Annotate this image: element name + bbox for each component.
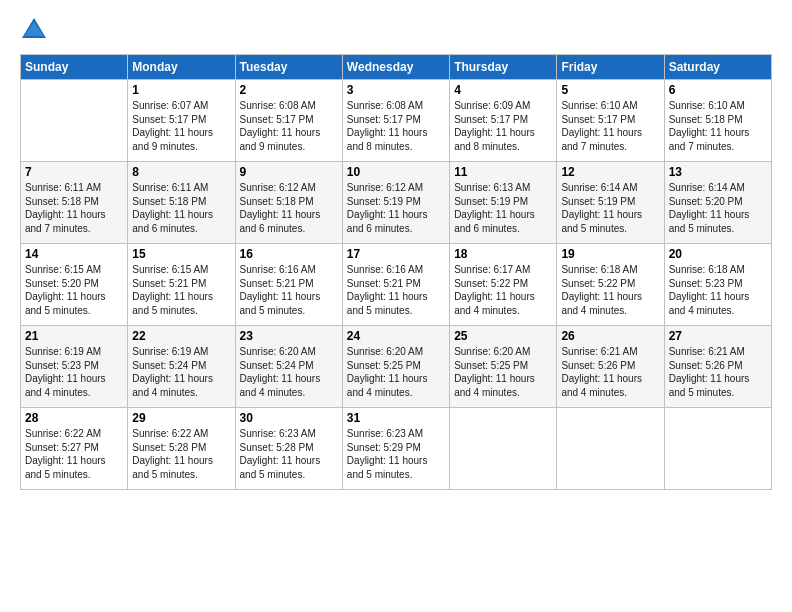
day-info: Sunrise: 6:23 AMSunset: 5:29 PMDaylight:…	[347, 427, 445, 481]
svg-marker-1	[24, 22, 44, 36]
weekday-header: Sunday	[21, 55, 128, 80]
day-info: Sunrise: 6:20 AMSunset: 5:24 PMDaylight:…	[240, 345, 338, 399]
calendar-week-row: 28Sunrise: 6:22 AMSunset: 5:27 PMDayligh…	[21, 408, 772, 490]
calendar-day-cell: 22Sunrise: 6:19 AMSunset: 5:24 PMDayligh…	[128, 326, 235, 408]
day-number: 14	[25, 247, 123, 261]
day-number: 11	[454, 165, 552, 179]
day-info: Sunrise: 6:22 AMSunset: 5:28 PMDaylight:…	[132, 427, 230, 481]
day-info: Sunrise: 6:14 AMSunset: 5:19 PMDaylight:…	[561, 181, 659, 235]
weekday-header: Tuesday	[235, 55, 342, 80]
day-info: Sunrise: 6:11 AMSunset: 5:18 PMDaylight:…	[25, 181, 123, 235]
day-number: 31	[347, 411, 445, 425]
day-info: Sunrise: 6:10 AMSunset: 5:18 PMDaylight:…	[669, 99, 767, 153]
day-info: Sunrise: 6:13 AMSunset: 5:19 PMDaylight:…	[454, 181, 552, 235]
calendar-day-cell: 5Sunrise: 6:10 AMSunset: 5:17 PMDaylight…	[557, 80, 664, 162]
calendar-day-cell: 25Sunrise: 6:20 AMSunset: 5:25 PMDayligh…	[450, 326, 557, 408]
weekday-header: Friday	[557, 55, 664, 80]
calendar-day-cell: 2Sunrise: 6:08 AMSunset: 5:17 PMDaylight…	[235, 80, 342, 162]
weekday-header: Wednesday	[342, 55, 449, 80]
calendar-day-cell: 21Sunrise: 6:19 AMSunset: 5:23 PMDayligh…	[21, 326, 128, 408]
calendar-day-cell: 1Sunrise: 6:07 AMSunset: 5:17 PMDaylight…	[128, 80, 235, 162]
day-number: 3	[347, 83, 445, 97]
day-number: 29	[132, 411, 230, 425]
day-info: Sunrise: 6:20 AMSunset: 5:25 PMDaylight:…	[454, 345, 552, 399]
calendar-week-row: 14Sunrise: 6:15 AMSunset: 5:20 PMDayligh…	[21, 244, 772, 326]
calendar-day-cell: 31Sunrise: 6:23 AMSunset: 5:29 PMDayligh…	[342, 408, 449, 490]
calendar-day-cell: 27Sunrise: 6:21 AMSunset: 5:26 PMDayligh…	[664, 326, 771, 408]
day-info: Sunrise: 6:18 AMSunset: 5:22 PMDaylight:…	[561, 263, 659, 317]
calendar-day-cell: 4Sunrise: 6:09 AMSunset: 5:17 PMDaylight…	[450, 80, 557, 162]
day-number: 10	[347, 165, 445, 179]
calendar-day-cell: 6Sunrise: 6:10 AMSunset: 5:18 PMDaylight…	[664, 80, 771, 162]
calendar-day-cell	[21, 80, 128, 162]
calendar-day-cell: 14Sunrise: 6:15 AMSunset: 5:20 PMDayligh…	[21, 244, 128, 326]
day-info: Sunrise: 6:12 AMSunset: 5:19 PMDaylight:…	[347, 181, 445, 235]
day-number: 23	[240, 329, 338, 343]
calendar-table: SundayMondayTuesdayWednesdayThursdayFrid…	[20, 54, 772, 490]
calendar-day-cell: 13Sunrise: 6:14 AMSunset: 5:20 PMDayligh…	[664, 162, 771, 244]
calendar-day-cell: 12Sunrise: 6:14 AMSunset: 5:19 PMDayligh…	[557, 162, 664, 244]
calendar-day-cell: 29Sunrise: 6:22 AMSunset: 5:28 PMDayligh…	[128, 408, 235, 490]
calendar-day-cell: 17Sunrise: 6:16 AMSunset: 5:21 PMDayligh…	[342, 244, 449, 326]
calendar-day-cell: 19Sunrise: 6:18 AMSunset: 5:22 PMDayligh…	[557, 244, 664, 326]
day-number: 28	[25, 411, 123, 425]
header	[20, 16, 772, 44]
calendar-day-cell: 26Sunrise: 6:21 AMSunset: 5:26 PMDayligh…	[557, 326, 664, 408]
day-number: 2	[240, 83, 338, 97]
day-info: Sunrise: 6:08 AMSunset: 5:17 PMDaylight:…	[240, 99, 338, 153]
day-number: 24	[347, 329, 445, 343]
day-number: 15	[132, 247, 230, 261]
day-number: 9	[240, 165, 338, 179]
calendar-day-cell: 18Sunrise: 6:17 AMSunset: 5:22 PMDayligh…	[450, 244, 557, 326]
day-number: 26	[561, 329, 659, 343]
day-info: Sunrise: 6:19 AMSunset: 5:24 PMDaylight:…	[132, 345, 230, 399]
day-number: 4	[454, 83, 552, 97]
day-number: 27	[669, 329, 767, 343]
day-info: Sunrise: 6:19 AMSunset: 5:23 PMDaylight:…	[25, 345, 123, 399]
day-number: 5	[561, 83, 659, 97]
calendar-week-row: 1Sunrise: 6:07 AMSunset: 5:17 PMDaylight…	[21, 80, 772, 162]
day-number: 16	[240, 247, 338, 261]
day-number: 19	[561, 247, 659, 261]
calendar-day-cell: 24Sunrise: 6:20 AMSunset: 5:25 PMDayligh…	[342, 326, 449, 408]
day-number: 8	[132, 165, 230, 179]
day-number: 1	[132, 83, 230, 97]
day-info: Sunrise: 6:16 AMSunset: 5:21 PMDaylight:…	[347, 263, 445, 317]
day-number: 30	[240, 411, 338, 425]
calendar-day-cell	[557, 408, 664, 490]
day-number: 20	[669, 247, 767, 261]
logo-icon	[20, 16, 48, 44]
day-number: 6	[669, 83, 767, 97]
calendar-day-cell: 9Sunrise: 6:12 AMSunset: 5:18 PMDaylight…	[235, 162, 342, 244]
calendar-day-cell: 30Sunrise: 6:23 AMSunset: 5:28 PMDayligh…	[235, 408, 342, 490]
day-number: 7	[25, 165, 123, 179]
day-info: Sunrise: 6:21 AMSunset: 5:26 PMDaylight:…	[669, 345, 767, 399]
day-info: Sunrise: 6:16 AMSunset: 5:21 PMDaylight:…	[240, 263, 338, 317]
day-number: 12	[561, 165, 659, 179]
day-number: 25	[454, 329, 552, 343]
calendar-header-row: SundayMondayTuesdayWednesdayThursdayFrid…	[21, 55, 772, 80]
day-info: Sunrise: 6:12 AMSunset: 5:18 PMDaylight:…	[240, 181, 338, 235]
calendar-day-cell: 3Sunrise: 6:08 AMSunset: 5:17 PMDaylight…	[342, 80, 449, 162]
page: SundayMondayTuesdayWednesdayThursdayFrid…	[0, 0, 792, 612]
day-number: 17	[347, 247, 445, 261]
weekday-header: Monday	[128, 55, 235, 80]
day-number: 13	[669, 165, 767, 179]
day-info: Sunrise: 6:15 AMSunset: 5:21 PMDaylight:…	[132, 263, 230, 317]
day-number: 18	[454, 247, 552, 261]
calendar-day-cell: 11Sunrise: 6:13 AMSunset: 5:19 PMDayligh…	[450, 162, 557, 244]
day-info: Sunrise: 6:21 AMSunset: 5:26 PMDaylight:…	[561, 345, 659, 399]
calendar-day-cell: 10Sunrise: 6:12 AMSunset: 5:19 PMDayligh…	[342, 162, 449, 244]
day-info: Sunrise: 6:17 AMSunset: 5:22 PMDaylight:…	[454, 263, 552, 317]
logo	[20, 16, 52, 44]
day-info: Sunrise: 6:15 AMSunset: 5:20 PMDaylight:…	[25, 263, 123, 317]
day-info: Sunrise: 6:14 AMSunset: 5:20 PMDaylight:…	[669, 181, 767, 235]
calendar-week-row: 7Sunrise: 6:11 AMSunset: 5:18 PMDaylight…	[21, 162, 772, 244]
calendar-day-cell: 15Sunrise: 6:15 AMSunset: 5:21 PMDayligh…	[128, 244, 235, 326]
day-info: Sunrise: 6:18 AMSunset: 5:23 PMDaylight:…	[669, 263, 767, 317]
calendar-day-cell: 28Sunrise: 6:22 AMSunset: 5:27 PMDayligh…	[21, 408, 128, 490]
calendar-day-cell	[664, 408, 771, 490]
day-info: Sunrise: 6:23 AMSunset: 5:28 PMDaylight:…	[240, 427, 338, 481]
day-info: Sunrise: 6:09 AMSunset: 5:17 PMDaylight:…	[454, 99, 552, 153]
day-info: Sunrise: 6:07 AMSunset: 5:17 PMDaylight:…	[132, 99, 230, 153]
